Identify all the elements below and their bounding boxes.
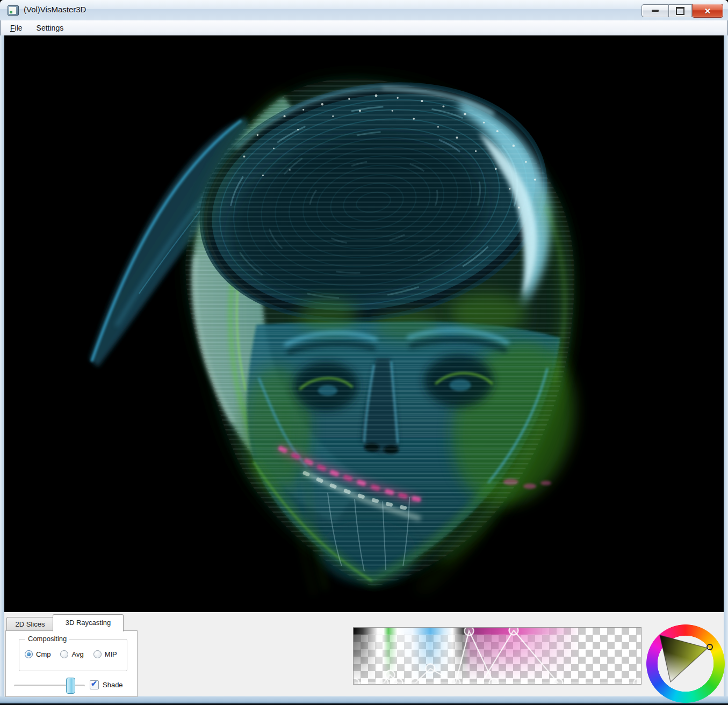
shade-label: Shade bbox=[103, 681, 123, 689]
app-window: (Vol)VisMaster3D ✕ File Settings bbox=[0, 0, 728, 705]
opacity-slider-thumb[interactable] bbox=[66, 678, 75, 694]
menu-bar: File Settings bbox=[1, 20, 727, 36]
volume-rendering-art bbox=[4, 35, 724, 612]
window-frame-right bbox=[724, 35, 728, 696]
radio-mip[interactable]: MIP bbox=[93, 650, 117, 658]
window-frame-bottom bbox=[0, 696, 728, 705]
control-panel: 2D Slices 3D Raycasting Compositing Cmp … bbox=[4, 612, 724, 696]
raycasting-tab-page: Compositing Cmp Avg MIP bbox=[5, 630, 138, 697]
radio-avg-circle bbox=[60, 650, 68, 658]
color-wheel[interactable] bbox=[646, 624, 725, 703]
shade-controls: Shade bbox=[6, 676, 137, 694]
radio-cmp[interactable]: Cmp bbox=[25, 650, 51, 658]
maximize-button[interactable] bbox=[669, 4, 692, 17]
radio-avg[interactable]: Avg bbox=[60, 650, 83, 658]
hue-marker[interactable] bbox=[707, 644, 712, 650]
app-icon bbox=[8, 5, 19, 16]
compositing-groupbox: Compositing Cmp Avg MIP bbox=[19, 639, 127, 671]
window-frame-left bbox=[0, 35, 4, 696]
tf-control-points[interactable] bbox=[354, 628, 641, 684]
shade-checkbox-row: Shade bbox=[90, 680, 123, 689]
close-button[interactable]: ✕ bbox=[692, 4, 723, 18]
sv-triangle[interactable] bbox=[646, 624, 725, 703]
transfer-function-editor[interactable] bbox=[353, 627, 641, 685]
minimize-icon bbox=[652, 10, 659, 12]
title-bar[interactable]: (Vol)VisMaster3D ✕ bbox=[0, 0, 728, 20]
maximize-icon bbox=[676, 7, 684, 15]
transfer-function-curve[interactable] bbox=[354, 628, 641, 684]
render-viewport[interactable] bbox=[4, 35, 724, 612]
window-controls: ✕ bbox=[641, 4, 723, 18]
radio-mip-circle bbox=[93, 650, 102, 658]
compositing-label: Compositing bbox=[25, 635, 69, 643]
radio-cmp-circle bbox=[25, 650, 33, 658]
window-title: (Vol)VisMaster3D bbox=[24, 5, 86, 14]
menu-file[interactable]: File bbox=[10, 24, 23, 32]
tab-3d-raycasting[interactable]: 3D Raycasting bbox=[53, 614, 124, 631]
minimize-button[interactable] bbox=[641, 4, 669, 17]
close-icon: ✕ bbox=[704, 7, 711, 15]
shade-checkbox[interactable] bbox=[90, 680, 99, 689]
tab-2d-slices[interactable]: 2D Slices bbox=[6, 617, 54, 631]
menu-settings[interactable]: Settings bbox=[37, 24, 64, 32]
compositing-options: Cmp Avg MIP bbox=[25, 650, 117, 658]
